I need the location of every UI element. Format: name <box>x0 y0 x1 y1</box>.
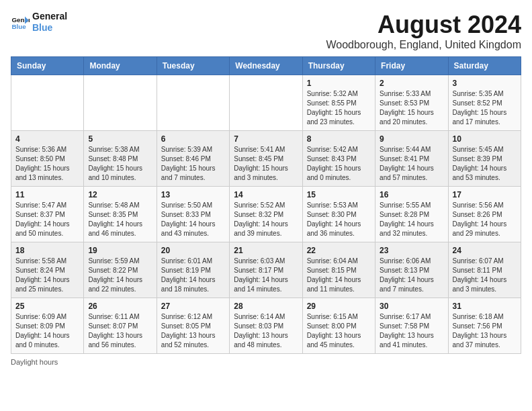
calendar-cell: 13Sunrise: 5:50 AMSunset: 8:33 PMDayligh… <box>157 187 229 242</box>
header-thursday: Thursday <box>302 57 375 75</box>
day-number: 19 <box>88 246 152 255</box>
day-info: Sunrise: 5:44 AMSunset: 8:41 PMDaylight:… <box>380 145 443 183</box>
week-row-2: 4Sunrise: 5:36 AMSunset: 8:50 PMDaylight… <box>11 131 521 187</box>
day-number: 7 <box>234 134 298 144</box>
header-tuesday: Tuesday <box>157 57 229 75</box>
week-row-4: 18Sunrise: 5:58 AMSunset: 8:24 PMDayligh… <box>11 242 521 298</box>
day-info: Sunrise: 6:14 AMSunset: 8:03 PMDaylight:… <box>234 312 298 350</box>
calendar-cell: 5Sunrise: 5:38 AMSunset: 8:48 PMDaylight… <box>84 131 157 187</box>
day-info: Sunrise: 5:32 AMSunset: 8:55 PMDaylight:… <box>307 89 371 127</box>
calendar-cell: 25Sunrise: 6:09 AMSunset: 8:09 PMDayligh… <box>11 298 84 354</box>
day-number: 27 <box>161 302 225 311</box>
calendar-cell: 15Sunrise: 5:53 AMSunset: 8:30 PMDayligh… <box>302 187 375 242</box>
header-sunday: Sunday <box>11 57 84 75</box>
calendar-cell: 4Sunrise: 5:36 AMSunset: 8:50 PMDaylight… <box>11 131 84 187</box>
day-number: 25 <box>15 302 79 311</box>
day-info: Sunrise: 5:56 AMSunset: 8:26 PMDaylight:… <box>453 201 517 238</box>
logo-line2: Blue <box>32 22 67 34</box>
day-info: Sunrise: 6:15 AMSunset: 8:00 PMDaylight:… <box>307 312 371 350</box>
day-number: 17 <box>453 190 517 199</box>
day-info: Sunrise: 5:55 AMSunset: 8:28 PMDaylight:… <box>380 201 443 238</box>
day-info: Sunrise: 6:12 AMSunset: 8:05 PMDaylight:… <box>161 312 225 350</box>
day-info: Sunrise: 6:07 AMSunset: 8:11 PMDaylight:… <box>453 257 517 294</box>
day-info: Sunrise: 5:41 AMSunset: 8:45 PMDaylight:… <box>234 145 298 183</box>
day-info: Sunrise: 6:01 AMSunset: 8:19 PMDaylight:… <box>161 257 225 294</box>
day-info: Sunrise: 5:42 AMSunset: 8:43 PMDaylight:… <box>307 145 371 183</box>
calendar-cell: 7Sunrise: 5:41 AMSunset: 8:45 PMDaylight… <box>230 131 302 187</box>
logo-icon: General Blue <box>11 13 30 32</box>
day-number: 29 <box>307 302 371 311</box>
calendar-cell: 11Sunrise: 5:47 AMSunset: 8:37 PMDayligh… <box>11 187 84 242</box>
calendar-body: 1Sunrise: 5:32 AMSunset: 8:55 PMDaylight… <box>11 75 521 354</box>
calendar-cell: 23Sunrise: 6:06 AMSunset: 8:13 PMDayligh… <box>375 242 448 298</box>
day-info: Sunrise: 5:58 AMSunset: 8:24 PMDaylight:… <box>15 257 79 294</box>
location-title: Woodborough, England, United Kingdom <box>326 39 521 51</box>
day-number: 1 <box>307 79 371 88</box>
day-info: Sunrise: 5:59 AMSunset: 8:22 PMDaylight:… <box>88 257 152 294</box>
day-number: 30 <box>380 302 443 311</box>
calendar-header: SundayMondayTuesdayWednesdayThursdayFrid… <box>11 57 521 75</box>
day-number: 14 <box>234 190 298 199</box>
day-number: 13 <box>161 190 225 199</box>
day-info: Sunrise: 6:06 AMSunset: 8:13 PMDaylight:… <box>380 257 443 294</box>
day-number: 8 <box>307 134 371 144</box>
day-info: Sunrise: 6:11 AMSunset: 8:07 PMDaylight:… <box>88 312 152 350</box>
day-number: 23 <box>380 246 443 255</box>
day-number: 11 <box>15 190 79 199</box>
day-info: Sunrise: 5:35 AMSunset: 8:52 PMDaylight:… <box>453 89 517 127</box>
calendar-cell: 18Sunrise: 5:58 AMSunset: 8:24 PMDayligh… <box>11 242 84 298</box>
day-info: Sunrise: 5:48 AMSunset: 8:35 PMDaylight:… <box>88 201 152 238</box>
day-number: 28 <box>234 302 298 311</box>
calendar-cell <box>230 75 302 131</box>
day-number: 6 <box>161 134 225 144</box>
calendar-table: SundayMondayTuesdayWednesdayThursdayFrid… <box>11 56 521 354</box>
page-header: General Blue General Blue August 2024 Wo… <box>11 11 521 51</box>
calendar-cell: 17Sunrise: 5:56 AMSunset: 8:26 PMDayligh… <box>448 187 521 242</box>
day-number: 31 <box>453 302 517 311</box>
calendar-cell: 12Sunrise: 5:48 AMSunset: 8:35 PMDayligh… <box>84 187 157 242</box>
calendar-cell: 30Sunrise: 6:17 AMSunset: 7:58 PMDayligh… <box>375 298 448 354</box>
day-number: 9 <box>380 134 443 144</box>
day-info: Sunrise: 6:03 AMSunset: 8:17 PMDaylight:… <box>234 257 298 294</box>
calendar-cell <box>84 75 157 131</box>
day-number: 24 <box>453 246 517 255</box>
day-number: 12 <box>88 190 152 199</box>
day-info: Sunrise: 6:18 AMSunset: 7:56 PMDaylight:… <box>453 312 517 350</box>
day-info: Sunrise: 5:36 AMSunset: 8:50 PMDaylight:… <box>15 145 79 183</box>
day-info: Sunrise: 5:45 AMSunset: 8:39 PMDaylight:… <box>453 145 517 183</box>
calendar-cell: 16Sunrise: 5:55 AMSunset: 8:28 PMDayligh… <box>375 187 448 242</box>
day-number: 26 <box>88 302 152 311</box>
calendar-cell: 3Sunrise: 5:35 AMSunset: 8:52 PMDaylight… <box>448 75 521 131</box>
day-info: Sunrise: 5:33 AMSunset: 8:53 PMDaylight:… <box>380 89 443 127</box>
calendar-cell: 1Sunrise: 5:32 AMSunset: 8:55 PMDaylight… <box>302 75 375 131</box>
week-row-3: 11Sunrise: 5:47 AMSunset: 8:37 PMDayligh… <box>11 187 521 242</box>
calendar-cell: 6Sunrise: 5:39 AMSunset: 8:46 PMDaylight… <box>157 131 229 187</box>
header-wednesday: Wednesday <box>230 57 302 75</box>
calendar-cell: 28Sunrise: 6:14 AMSunset: 8:03 PMDayligh… <box>230 298 302 354</box>
calendar-cell: 31Sunrise: 6:18 AMSunset: 7:56 PMDayligh… <box>448 298 521 354</box>
day-number: 18 <box>15 246 79 255</box>
week-row-5: 25Sunrise: 6:09 AMSunset: 8:09 PMDayligh… <box>11 298 521 354</box>
header-monday: Monday <box>84 57 157 75</box>
day-info: Sunrise: 6:17 AMSunset: 7:58 PMDaylight:… <box>380 312 443 350</box>
day-number: 22 <box>307 246 371 255</box>
calendar-cell: 14Sunrise: 5:52 AMSunset: 8:32 PMDayligh… <box>230 187 302 242</box>
day-number: 21 <box>234 246 298 255</box>
calendar-cell: 8Sunrise: 5:42 AMSunset: 8:43 PMDaylight… <box>302 131 375 187</box>
footer-note: Daylight hours <box>11 358 521 366</box>
day-info: Sunrise: 5:50 AMSunset: 8:33 PMDaylight:… <box>161 201 225 238</box>
day-number: 5 <box>88 134 152 144</box>
logo-line1: General <box>32 11 67 22</box>
month-title: August 2024 <box>326 11 521 39</box>
day-info: Sunrise: 5:52 AMSunset: 8:32 PMDaylight:… <box>234 201 298 238</box>
day-info: Sunrise: 5:53 AMSunset: 8:30 PMDaylight:… <box>307 201 371 238</box>
day-info: Sunrise: 5:38 AMSunset: 8:48 PMDaylight:… <box>88 145 152 183</box>
day-number: 3 <box>453 79 517 88</box>
day-info: Sunrise: 5:39 AMSunset: 8:46 PMDaylight:… <box>161 145 225 183</box>
calendar-cell: 22Sunrise: 6:04 AMSunset: 8:15 PMDayligh… <box>302 242 375 298</box>
day-number: 10 <box>453 134 517 144</box>
day-info: Sunrise: 6:04 AMSunset: 8:15 PMDaylight:… <box>307 257 371 294</box>
svg-text:Blue: Blue <box>11 23 26 30</box>
calendar-cell <box>157 75 229 131</box>
week-row-1: 1Sunrise: 5:32 AMSunset: 8:55 PMDaylight… <box>11 75 521 131</box>
